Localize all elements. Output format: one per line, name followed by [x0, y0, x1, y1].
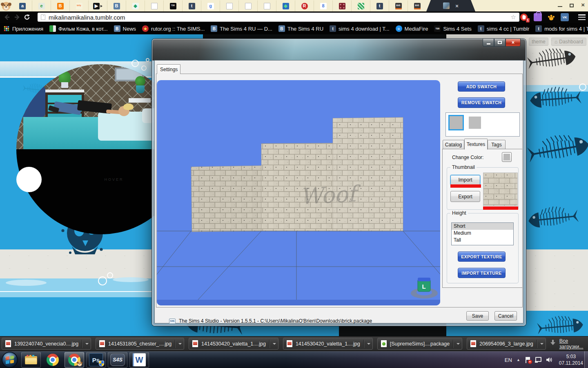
minimize-icon[interactable]	[558, 6, 562, 7]
tab-google-2[interactable]: 8	[314, 0, 332, 11]
browser-profile-avatar-icon[interactable]	[0, 0, 12, 11]
lod-cube[interactable]: L	[411, 278, 438, 298]
reload-icon[interactable]	[24, 14, 30, 20]
start-button[interactable]	[1, 351, 18, 368]
download-menu-caret[interactable]	[540, 343, 543, 345]
close-button[interactable]: ×	[506, 39, 521, 47]
hover-button[interactable]: HOVER	[16, 167, 42, 192]
close-icon[interactable]: ×	[581, 2, 585, 8]
swatch-2[interactable]	[469, 117, 481, 129]
tab-blogger[interactable]: B	[51, 0, 69, 11]
save-button[interactable]: Save	[466, 311, 489, 321]
download-menu-caret[interactable]	[178, 343, 182, 345]
tab-rutor[interactable]: R	[295, 0, 314, 11]
tab-doc-3[interactable]	[238, 0, 257, 11]
tab-doc-4[interactable]	[257, 0, 276, 11]
tab-sims-plumbob[interactable]: ◆	[126, 0, 145, 11]
download-item-0[interactable]: 1392240740_venecia0....jpg	[2, 338, 91, 350]
taskbar-word[interactable]: W	[129, 352, 149, 368]
tab-active[interactable]: ×	[426, 0, 475, 11]
tab-doc-2[interactable]	[220, 0, 238, 11]
maximize-button[interactable]	[494, 39, 506, 47]
cancel-button[interactable]: Cancel	[494, 311, 517, 321]
bookmark-9[interactable]: tsims 4 cc | Tumblr	[478, 25, 530, 32]
restore-icon[interactable]	[570, 4, 574, 7]
extension-vk-icon[interactable]: VK	[561, 13, 569, 21]
tab-stripes[interactable]	[351, 0, 370, 11]
clock[interactable]: 5:03 07.11.2014	[559, 353, 583, 366]
height-option-tall[interactable]: Tall	[452, 237, 513, 244]
tab-textures[interactable]: Textures	[464, 139, 488, 150]
volume-icon[interactable]	[546, 357, 553, 363]
bookmark-1[interactable]: Фильм Кожа, в кот...	[49, 25, 108, 32]
extension-hand-icon[interactable]: 1	[520, 13, 528, 21]
tab-video-player[interactable]: ▶	[88, 0, 107, 11]
show-all-downloads-link[interactable]: Все загрузки...	[559, 338, 584, 350]
bookmark-8[interactable]: TSRSims 4 Sets	[434, 25, 471, 32]
address-bar[interactable]: mikalinamikalina.tumblr.com ☆	[38, 13, 519, 22]
extension-bag-icon[interactable]	[534, 13, 542, 21]
model-viewport[interactable]: Woof L	[157, 80, 440, 305]
texture-thumbnail[interactable]	[483, 173, 518, 206]
action-center-flag-icon[interactable]: ×	[525, 357, 530, 363]
export-texture-button[interactable]: EXPORT TEXTURE	[458, 251, 506, 262]
download-item-5[interactable]: 206954096_3_large.jpg	[467, 338, 546, 350]
tab-doc-1[interactable]	[145, 0, 163, 11]
tab-tumblr-1[interactable]: t	[182, 0, 201, 11]
bookmark-2[interactable]: BNews	[114, 25, 136, 32]
url-text[interactable]: mikalinamikalina.tumblr.com	[49, 14, 508, 21]
tab-bhs-1[interactable]: BHS	[389, 0, 408, 11]
tab-tags[interactable]: Tags	[488, 140, 506, 149]
taskbar-chrome[interactable]	[43, 352, 62, 368]
tab-tsr[interactable]: TSR	[163, 0, 182, 11]
download-item-1[interactable]: 1414531805_chester_....jpg	[96, 338, 184, 350]
import-texture-button[interactable]: IMPORT TEXTURE	[458, 268, 506, 278]
tab-tumblr-2[interactable]: t	[370, 0, 389, 11]
dashboard-button[interactable]: ⌂ Dashboard	[551, 38, 586, 46]
tab-bitly[interactable]: bitly	[69, 0, 88, 11]
bookmark-3[interactable]: ★rutor.org :: The SIMS...	[142, 25, 205, 32]
forward-icon[interactable]	[14, 14, 20, 20]
tab-vk[interactable]: B	[107, 0, 126, 11]
download-menu-caret[interactable]	[367, 343, 370, 345]
bookmark-star-icon[interactable]: ☆	[511, 13, 516, 21]
bookmark-6[interactable]: tsims 4 download | T...	[330, 25, 390, 32]
download-menu-caret[interactable]	[273, 343, 276, 345]
network-icon[interactable]	[535, 357, 541, 363]
titlebar[interactable]	[152, 39, 526, 61]
download-item-4[interactable]: [SupremeSims]....package	[377, 338, 463, 350]
minimize-button[interactable]	[483, 39, 494, 47]
bookmark-7[interactable]: ≈MediaFire	[396, 25, 428, 32]
bookmark-10[interactable]: tmods for sims 4 | Tu...	[535, 25, 588, 32]
remove-swatch-button[interactable]: REMOVE SWATCH	[458, 97, 505, 108]
import-button[interactable]: Import	[450, 175, 480, 185]
bookmark-0[interactable]: Приложения	[3, 25, 43, 32]
download-item-3[interactable]: 1414530420_valetta_1....jpg	[283, 338, 373, 350]
taskbar-explorer[interactable]	[21, 352, 41, 368]
extension-paw-icon[interactable]	[547, 13, 555, 21]
height-option-medium[interactable]: Medium	[452, 230, 513, 237]
export-button[interactable]: Export	[450, 191, 480, 202]
theme-button[interactable]: theme	[529, 38, 548, 46]
tab-settings[interactable]: Settings	[157, 64, 180, 74]
height-option-short[interactable]: Short	[452, 223, 513, 230]
download-menu-caret[interactable]	[85, 343, 89, 345]
height-listbox[interactable]: ShortMediumTall	[451, 222, 514, 245]
tab-ornament[interactable]	[332, 0, 351, 11]
language-indicator[interactable]: EN	[505, 357, 512, 363]
tab-sims4[interactable]: ◆	[276, 0, 295, 11]
bookmark-4[interactable]: BThe Sims 4 RU — D...	[211, 25, 272, 32]
tab-google-1[interactable]: g	[201, 0, 220, 11]
swatch-selected[interactable]	[448, 115, 464, 130]
taskbar-photoshop[interactable]: Ps	[86, 352, 106, 368]
download-menu-caret[interactable]	[457, 343, 460, 345]
color-well-button[interactable]	[502, 152, 512, 162]
chrome-menu-icon[interactable]	[578, 14, 586, 20]
bookmark-5[interactable]: BThe Sims 4 RU	[278, 25, 323, 32]
show-desktop-button[interactable]	[584, 351, 588, 368]
taskbar-s4studio[interactable]: S4S	[108, 352, 127, 368]
tab-close-icon[interactable]: ×	[455, 3, 459, 9]
tab-bhs-2[interactable]: BHS	[408, 0, 426, 11]
taskbar-chrome-profile[interactable]	[65, 352, 84, 368]
tab-catalog[interactable]: Catalog	[443, 140, 464, 149]
